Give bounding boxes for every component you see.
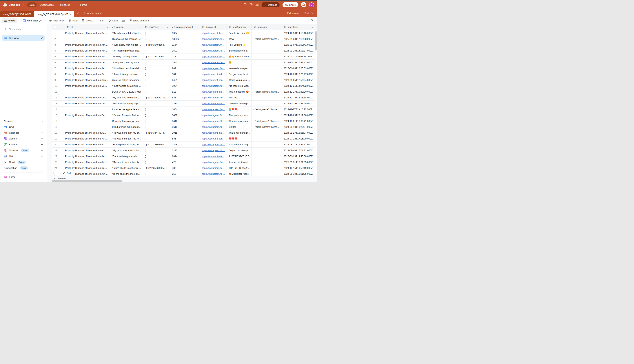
cell-childposts[interactable]: [] — [143, 159, 170, 165]
sidebar-view-grid-view[interactable]: Grid view — [2, 35, 45, 41]
cell-commentscount[interactable]: 1134 — [170, 42, 200, 48]
cell-childposts[interactable]: [ { "id": "35404668… — [143, 42, 170, 48]
cell-musicinfo[interactable] — [252, 159, 282, 165]
cell-displayurl[interactable]: https://scontent-ma… — [200, 154, 227, 159]
cell-musicinfo[interactable] — [252, 48, 282, 54]
cell-caption[interactable]: Was just asked for comm… — [110, 77, 143, 83]
cell-childposts[interactable]: [] — [143, 83, 170, 89]
column-header-caption[interactable]: caption — [110, 24, 143, 30]
avatar[interactable]: D — [309, 2, 314, 7]
chevron-down-icon[interactable] — [196, 26, 198, 28]
cell-alt[interactable]: 11 — [52, 89, 110, 95]
cell-commentscount[interactable]: 813 — [170, 89, 200, 95]
cell-childposts[interactable]: [] — [143, 118, 170, 124]
cell-commentscount[interactable]: 3437 — [170, 112, 200, 118]
cell-childposts[interactable]: [] — [143, 112, 170, 118]
cell-musicinfo[interactable] — [252, 95, 282, 100]
cell-timestamp[interactable]: 2024-12-21T14:04:22.000Z — [282, 83, 315, 89]
cell-displayurl[interactable]: https://scontent-lga… — [200, 130, 227, 136]
cell-caption[interactable]: “I’m teaching my last clas… — [110, 48, 143, 54]
cell-timestamp[interactable]: 2024-07-28T17:16:00.000Z — [282, 136, 315, 142]
tab-list-chevron-icon[interactable] — [77, 12, 79, 14]
cell-caption[interactable]: “I just want to be a single … — [110, 83, 143, 89]
cell-childposts[interactable]: [] — [143, 66, 170, 71]
cell-firstcomment[interactable]: 😍 Just utter respe… — [227, 171, 252, 176]
cell-firstcomment[interactable]: This is beautiful 😍 — [227, 89, 252, 95]
cell-commentscount[interactable]: 535 — [170, 136, 200, 142]
cell-displayurl[interactable]: https://instagram.fm… — [200, 95, 227, 100]
cell-timestamp[interactable]: 2025-01-07T19:02:41.000Z — [282, 42, 315, 48]
cell-caption[interactable]: BEST UPDATE EVER! Mos… — [110, 89, 143, 95]
cell-commentscount[interactable]: 909 — [170, 66, 200, 71]
cell-commentscount[interactable]: 483 — [170, 165, 200, 171]
cell-timestamp[interactable]: 2024-08-08T17:01:31.000Z — [282, 148, 315, 154]
cell-timestamp[interactable]: 2025-01-19T15:08:37.000Z — [282, 48, 315, 54]
cell-commentscount[interactable]: 1503 — [170, 48, 200, 54]
cell-childposts[interactable]: [] — [143, 106, 170, 112]
cell-timestamp[interactable]: 2024-08-21T17:27:17.000Z — [282, 142, 315, 148]
cell-firstcomment[interactable]: This me. — [227, 95, 252, 100]
create-item-kanban[interactable]: Kanban — [2, 142, 45, 147]
nav-item-data[interactable]: Data — [27, 2, 37, 7]
cell-firstcomment[interactable]: Wow — [227, 36, 252, 42]
cell-caption[interactable]: It makes me appreciate h… — [110, 106, 143, 112]
cell-musicinfo[interactable]: { "artist_name": "huma… — [252, 89, 282, 95]
create-item-grid[interactable]: Grid — [2, 124, 45, 130]
cell-commentscount[interactable]: 1011 — [170, 130, 200, 136]
create-item-gallery[interactable]: Gallery — [2, 136, 45, 142]
cell-commentscount[interactable]: 1298 — [170, 142, 200, 148]
cell-timestamp[interactable]: 2024-09-19T13:29:34.000Z — [282, 124, 315, 130]
plus-icon[interactable] — [41, 149, 43, 152]
cell-childposts[interactable]: [] — [143, 171, 170, 176]
cell-caption[interactable]: “Everyone knew my situat… — [110, 60, 143, 66]
cell-firstcomment[interactable]: 😢 — [227, 60, 252, 66]
display-url-link[interactable]: https://instagram.fy… — [202, 44, 224, 46]
create-section-header[interactable]: Create... — [2, 118, 45, 124]
cell-commentscount[interactable]: 1140 — [170, 54, 200, 60]
cell-childposts[interactable]: [ { "id": "35238225… — [143, 165, 170, 171]
cell-musicinfo[interactable] — [252, 77, 282, 83]
cell-commentscount[interactable]: 1547 — [170, 60, 200, 66]
display-url-link[interactable]: https://instagram.fc… — [202, 84, 224, 87]
cell-musicinfo[interactable] — [252, 171, 282, 176]
cell-childposts[interactable]: [ { "id": "35432997… — [143, 54, 170, 60]
cell-alt[interactable]: 17 — [52, 124, 110, 130]
history-button[interactable] — [243, 3, 246, 6]
cell-alt[interactable]: 16 — [52, 118, 110, 124]
cell-caption[interactable]: “It’s hard for me to feel sa… — [110, 112, 143, 118]
cell-firstcomment[interactable]: Feel you bro ✨ — [227, 42, 252, 48]
display-url-link[interactable]: https://instagram.fsr… — [202, 149, 225, 152]
cell-caption[interactable]: “Back in the eighties dun… — [110, 154, 143, 159]
cell-firstcomment[interactable]: ❤️❤️❤️ — [227, 136, 252, 142]
cell-alt[interactable]: 23 Photo by Humans of New York on Jan… — [52, 159, 110, 165]
cell-firstcomment[interactable]: it’s real but it’s not… — [227, 159, 252, 165]
nav-item-forms[interactable]: Forms — [78, 2, 89, 7]
display-url-link[interactable]: https://instagram.flh… — [202, 143, 225, 146]
cell-firstcomment[interactable]: “I heard that it mig… — [227, 142, 252, 148]
cell-timestamp[interactable]: 2024-06-10T16:01:35.000Z — [282, 171, 315, 176]
cell-timestamp[interactable]: 2025-01-03T20:05:03.000Z — [282, 66, 315, 71]
cell-alt[interactable]: 4 Photo by Humans of New York on Jan… — [52, 48, 110, 54]
column-header-timestamp[interactable]: timestamp — [282, 24, 315, 30]
plus-icon[interactable] — [41, 138, 43, 140]
display-url-link[interactable]: https://scontent-lga… — [202, 132, 224, 134]
display-url-link[interactable]: https://scontent-ber… — [202, 137, 224, 140]
cell-childposts[interactable]: [] — [143, 148, 170, 154]
cell-caption[interactable]: “I was angry with him for … — [110, 42, 143, 48]
add-or-import-button[interactable]: Add or import — [84, 12, 102, 14]
cell-childposts[interactable]: [ { "id": "352582717… — [143, 95, 170, 100]
cell-musicinfo[interactable] — [252, 54, 282, 60]
display-url-link[interactable]: https://scontent-iad… — [202, 73, 224, 76]
cell-timestamp[interactable]: 2024-08-27T16:55:04.000Z — [282, 130, 315, 136]
cell-caption[interactable]: “My father and I don’t get… — [110, 30, 143, 36]
display-url-link[interactable]: https://scontent-lga… — [202, 90, 224, 93]
cell-firstcomment[interactable]: 100 lol — [227, 124, 252, 130]
cell-displayurl[interactable]: https://scontent-lga… — [200, 89, 227, 95]
display-url-link[interactable]: https://instagram.fm… — [202, 67, 225, 70]
horizontal-scrollbar[interactable] — [52, 180, 122, 182]
cell-firstcomment[interactable]: Are these real wor… — [227, 83, 252, 89]
cell-commentscount[interactable]: 423 — [170, 159, 200, 165]
cell-caption[interactable]: “Not all teachers love chil… — [110, 66, 143, 71]
cell-commentscount[interactable]: 2814 — [170, 154, 200, 159]
column-header-displayurl[interactable]: displayUrl — [200, 24, 227, 30]
